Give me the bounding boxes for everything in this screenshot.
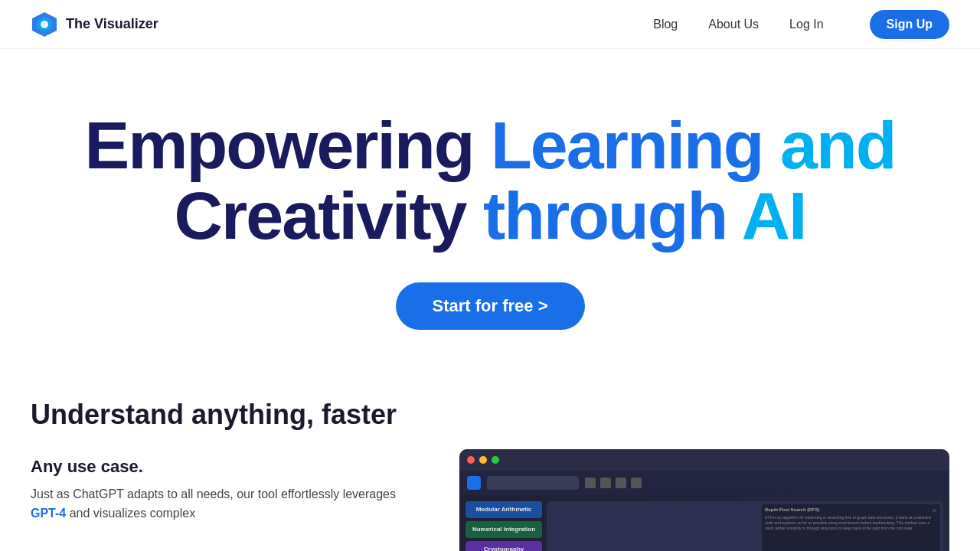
use-case-description: Just as ChatGPT adapts to all needs, our…	[31, 484, 413, 523]
panel-description: DFS is an algorithm for traversing or se…	[765, 515, 937, 531]
use-case-title: Any use case.	[31, 457, 429, 477]
nav-login[interactable]: Log In	[789, 18, 823, 31]
screenshot-toolbar-icon	[631, 478, 642, 488]
brand-logo-link[interactable]: The Visualizer	[31, 11, 158, 38]
screenshot-icon-group	[585, 478, 642, 488]
hero-title-part6: AI	[742, 178, 806, 253]
signup-button[interactable]: Sign Up	[870, 10, 949, 39]
hero-title: Empowering Learning and Creativity throu…	[31, 110, 949, 252]
sidebar-chip-2: Numerical Integration	[466, 521, 542, 538]
screenshot-logo-icon	[467, 476, 481, 490]
screenshot-toolbar-icon	[585, 478, 596, 488]
cta-start-button[interactable]: Start for free >	[396, 282, 585, 330]
panel-title: Depth-First Search (DFS)	[765, 507, 937, 512]
hero-section: Empowering Learning and Creativity throu…	[0, 49, 980, 376]
window-minimize-dot	[479, 456, 487, 464]
svg-point-2	[41, 21, 48, 28]
sidebar-chip-1: Modular Arithmetic	[466, 501, 542, 518]
lower-section: Understand anything, faster Any use case…	[0, 376, 980, 551]
window-close-dot	[467, 456, 475, 464]
brand-logo-icon	[31, 11, 58, 38]
nav-links: Blog About Us Log In Sign Up	[653, 10, 949, 39]
use-case-text: Any use case. Just as ChatGPT adapts to …	[31, 449, 429, 523]
hero-title-part5: through	[466, 178, 742, 253]
hero-title-part4: Creativity	[174, 178, 466, 253]
screenshot-sidebar: Modular Arithmetic Numerical Integration…	[466, 501, 542, 551]
screenshot-content: Modular Arithmetic Numerical Integration…	[459, 495, 949, 551]
app-screenshot: Modular Arithmetic Numerical Integration…	[459, 449, 949, 551]
section-subtitle: Understand anything, faster	[31, 399, 949, 431]
screenshot-titlebar	[459, 449, 949, 471]
nav-blog[interactable]: Blog	[653, 18, 678, 31]
use-case-desc-prefix: Just as ChatGPT adapts to all needs, our…	[31, 487, 396, 500]
sidebar-chip-3: Cryptography	[466, 541, 542, 551]
hero-title-part1: Empowering	[85, 107, 492, 183]
use-case-desc-suffix: and visualizes complex	[66, 507, 195, 520]
screenshot-toolbar-icon	[616, 478, 626, 488]
screenshot-info-panel: ✕ Depth-First Search (DFS) DFS is an alg…	[762, 504, 940, 551]
screenshot-main-canvas: ✕ Depth-First Search (DFS) DFS is an alg…	[547, 501, 943, 551]
screenshot-toolbar-icon	[600, 478, 611, 488]
hero-title-part3: and	[763, 107, 896, 183]
use-case-highlight: GPT-4	[31, 507, 66, 520]
nav-about[interactable]: About Us	[708, 18, 759, 31]
hero-title-part2: Learning	[491, 107, 763, 183]
window-maximize-dot	[492, 456, 499, 464]
navbar: The Visualizer Blog About Us Log In Sign…	[0, 0, 980, 49]
brand-name: The Visualizer	[66, 16, 158, 32]
panel-close-icon: ✕	[932, 507, 937, 514]
screenshot-toolbar	[459, 471, 949, 495]
screenshot-search-bar	[487, 476, 579, 490]
bottom-row: Any use case. Just as ChatGPT adapts to …	[31, 449, 949, 551]
